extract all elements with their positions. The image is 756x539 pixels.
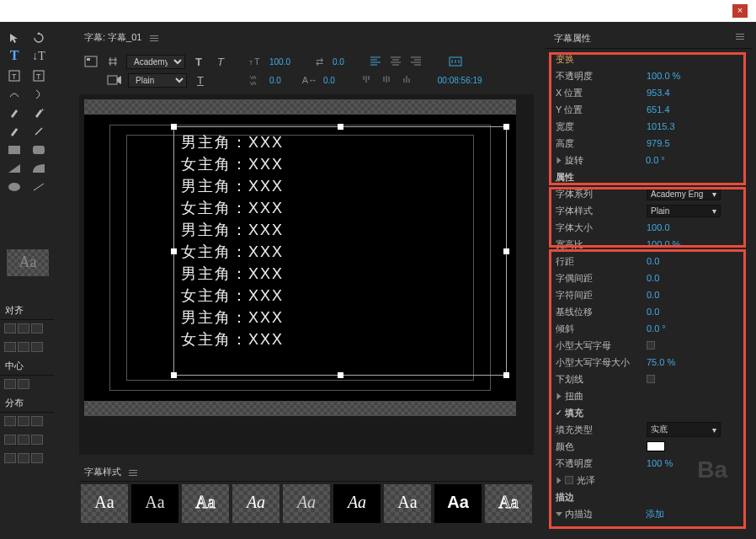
prop-fontsize-value[interactable]: 100.0 [647,222,670,232]
style-thumb[interactable]: Aa [333,484,381,523]
prop-opacity-label: 不透明度 [556,70,647,83]
distribute-row1[interactable] [0,413,54,431]
close-button[interactable]: × [732,4,748,18]
type-tool-icon[interactable]: T [3,47,25,66]
vertical-path-tool-icon[interactable] [28,85,50,104]
style-thumb[interactable]: Aa [182,484,229,523]
font-family-select[interactable]: Academy E [126,55,185,69]
prop-width-value[interactable]: 1015.3 [647,121,675,131]
show-video-icon[interactable] [106,73,123,87]
prop-slant-value[interactable]: 0.0 ° [647,323,666,334]
group-transform[interactable]: 变换 [556,53,647,66]
style-thumb[interactable]: Aa [283,484,330,523]
arc-tool-icon[interactable] [28,159,50,178]
templates-icon[interactable] [83,55,99,68]
vertical-type-tool-icon[interactable]: ↓T [28,48,50,67]
sheen-checkbox[interactable] [565,476,573,484]
alignv-bottom-icon[interactable] [401,74,416,86]
underline-icon[interactable]: T [192,73,209,87]
group-strokes[interactable]: 描边 [556,491,647,504]
size-value[interactable]: 100.0 [269,57,290,67]
rotate-tool-icon[interactable] [28,29,50,47]
style-thumb[interactable]: Aa [131,484,178,523]
area-type-tool-icon[interactable]: T [3,67,25,85]
style-thumb[interactable]: Aa [232,484,280,523]
center-buttons[interactable] [0,376,54,394]
title-text-block[interactable]: 男主角：XXX 女主角：XXX 男主角：XXX 女主角：XXX 男主角：XXX … [181,131,284,350]
prop-x-value[interactable]: 953.4 [647,88,670,98]
alignv-top-icon[interactable] [360,74,375,86]
line-tool-icon[interactable] [28,178,50,196]
chevron-right-icon[interactable] [557,157,562,163]
kerning-value[interactable]: 0.0 [333,57,344,67]
align-buttons[interactable] [0,320,54,339]
rounded-rect-tool-icon[interactable] [28,141,50,159]
chevron-right-icon[interactable] [557,392,562,399]
styles-tab[interactable]: 字幕样式 [79,463,534,482]
prop-rotation-value[interactable]: 0.0 ° [646,155,665,165]
prop-fillopacity-value[interactable]: 100 % [647,458,673,468]
distribute-row2[interactable] [0,431,54,450]
prop-kerning-value[interactable]: 0.0 [647,273,659,283]
style-thumb[interactable]: Aa [384,484,431,523]
wedge-tool-icon[interactable] [3,159,25,178]
tab-stops-icon[interactable] [447,55,464,68]
pen-tool-icon[interactable] [3,104,25,122]
title-canvas[interactable]: 男主角：XXX 女主角：XXX 男主角：XXX 女主角：XXX 男主角：XXX … [79,94,534,455]
font-style-dropdown[interactable]: Plain▾ [647,205,721,217]
style-thumb[interactable]: Aa [485,484,532,523]
properties-header[interactable]: 字幕属性 [546,29,753,49]
prop-aspect-value[interactable]: 100.0 % [647,239,680,249]
align-center-icon[interactable] [390,56,405,67]
group-properties[interactable]: 属性 [556,171,647,184]
align-buttons-row2[interactable] [0,339,54,357]
prop-height-value[interactable]: 979.5 [647,138,670,148]
font-family-dropdown[interactable]: Academy Eng▾ [647,188,721,200]
panel-menu-icon[interactable] [129,468,137,478]
font-style-select[interactable]: Plain [128,73,187,88]
panel-menu-icon[interactable] [150,34,158,43]
prop-tracking-value[interactable]: 0.0 [647,290,659,300]
align-right-icon[interactable] [410,56,425,67]
fill-checkbox[interactable]: ✓ [556,408,562,417]
panel-menu-icon[interactable] [736,32,744,41]
group-distort[interactable]: 扭曲 [565,390,656,403]
group-inner-stroke[interactable]: 内描边 [565,508,646,520]
italic-icon[interactable]: T [212,55,229,68]
prop-opacity-value[interactable]: 100.0 % [647,71,680,81]
style-thumb[interactable]: Aa [81,484,128,523]
fill-color-swatch[interactable] [647,441,665,451]
svg-rect-10 [85,56,97,67]
alignv-center-icon[interactable] [381,74,396,86]
stage[interactable]: 男主角：XXX 女主角：XXX 男主角：XXX 女主角：XXX 男主角：XXX … [84,99,516,416]
underline-checkbox[interactable] [647,375,655,383]
style-thumb[interactable]: Aa [434,484,482,523]
rect-tool-icon[interactable] [3,141,25,159]
prop-baseline-value[interactable]: 0.0 [647,307,659,317]
chevron-down-icon[interactable] [556,512,562,516]
leading-value[interactable]: 0.0 [269,76,281,85]
ellipse-tool-icon[interactable] [3,178,25,196]
align-left-icon[interactable] [370,56,385,67]
timecode-value[interactable]: 00:08:56:19 [438,76,482,85]
prop-y-value[interactable]: 651.4 [647,104,670,115]
fill-type-dropdown[interactable]: 实底▾ [647,422,721,437]
group-sheen[interactable]: 光泽 [577,474,668,487]
inner-stroke-add[interactable]: 添加 [646,508,664,520]
smallcaps-checkbox[interactable] [647,341,655,350]
anchor-tool-icon[interactable] [28,122,50,141]
tracking-value[interactable]: 0.0 [323,76,335,85]
bold-icon[interactable]: T [190,55,207,68]
selection-tool-icon[interactable] [3,29,25,47]
group-fill[interactable]: 填充 [565,407,656,419]
pen-add-tool-icon[interactable]: + [28,104,50,122]
chevron-right-icon[interactable] [557,477,562,483]
path-type-tool-icon[interactable] [3,85,25,104]
distribute-row3[interactable] [0,450,54,468]
vertical-area-type-tool-icon[interactable]: T [28,67,50,85]
main-panel-tab[interactable]: 字幕: 字幕_01 [79,29,163,47]
roll-crawl-icon[interactable] [104,55,121,68]
pen-delete-tool-icon[interactable]: - [3,122,25,141]
prop-leading-value[interactable]: 0.0 [647,256,659,266]
prop-smallcapssize-value[interactable]: 75.0 % [647,357,675,367]
